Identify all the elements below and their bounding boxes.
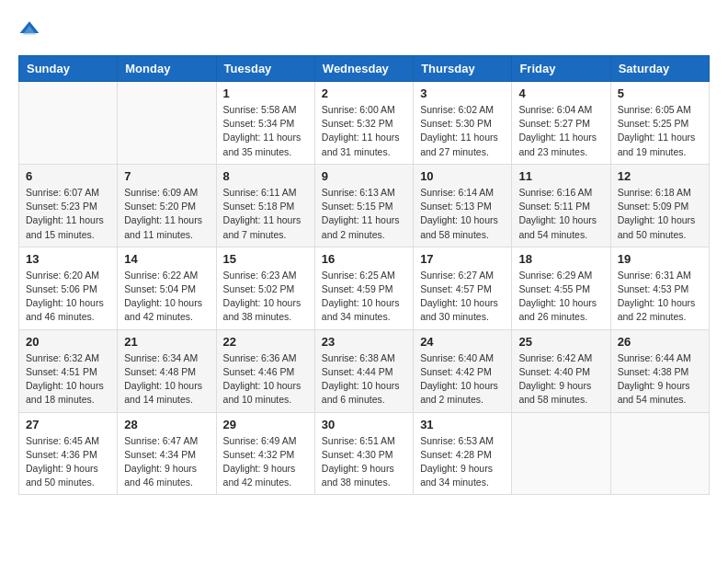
cell-info: Sunrise: 6:13 AM Sunset: 5:15 PM Dayligh… bbox=[322, 186, 406, 242]
calendar-cell: 26Sunrise: 6:44 AM Sunset: 4:38 PM Dayli… bbox=[610, 329, 709, 412]
calendar-table: SundayMondayTuesdayWednesdayThursdayFrid… bbox=[18, 55, 710, 495]
cell-info: Sunrise: 5:58 AM Sunset: 5:34 PM Dayligh… bbox=[223, 103, 308, 159]
calendar-cell: 16Sunrise: 6:25 AM Sunset: 4:59 PM Dayli… bbox=[314, 247, 413, 329]
cell-info: Sunrise: 6:07 AM Sunset: 5:23 PM Dayligh… bbox=[26, 186, 110, 242]
calendar-cell: 7Sunrise: 6:09 AM Sunset: 5:20 PM Daylig… bbox=[118, 164, 216, 247]
cell-info: Sunrise: 6:51 AM Sunset: 4:30 PM Dayligh… bbox=[322, 434, 406, 490]
day-number: 7 bbox=[124, 169, 209, 183]
calendar-week-row: 13Sunrise: 6:20 AM Sunset: 5:06 PM Dayli… bbox=[19, 247, 710, 329]
day-number: 6 bbox=[26, 169, 110, 183]
day-number: 27 bbox=[26, 418, 110, 431]
calendar-cell bbox=[610, 412, 709, 495]
cell-info: Sunrise: 6:25 AM Sunset: 4:59 PM Dayligh… bbox=[322, 269, 406, 325]
calendar-cell bbox=[118, 82, 216, 165]
calendar-cell: 25Sunrise: 6:42 AM Sunset: 4:40 PM Dayli… bbox=[512, 329, 610, 412]
calendar-cell: 12Sunrise: 6:18 AM Sunset: 5:09 PM Dayli… bbox=[610, 164, 709, 247]
day-number: 22 bbox=[223, 335, 308, 349]
day-number: 26 bbox=[618, 335, 702, 349]
cell-info: Sunrise: 6:20 AM Sunset: 5:06 PM Dayligh… bbox=[26, 269, 110, 325]
calendar-header-row: SundayMondayTuesdayWednesdayThursdayFrid… bbox=[19, 56, 710, 82]
cell-info: Sunrise: 6:49 AM Sunset: 4:32 PM Dayligh… bbox=[223, 434, 308, 490]
day-number: 25 bbox=[518, 335, 603, 349]
day-number: 16 bbox=[322, 252, 406, 266]
calendar-cell: 5Sunrise: 6:05 AM Sunset: 5:25 PM Daylig… bbox=[610, 82, 709, 165]
day-number: 13 bbox=[26, 252, 110, 266]
day-number: 24 bbox=[420, 335, 505, 349]
cell-info: Sunrise: 6:32 AM Sunset: 4:51 PM Dayligh… bbox=[26, 351, 110, 408]
day-number: 4 bbox=[518, 86, 603, 100]
day-number: 17 bbox=[420, 252, 505, 266]
cell-info: Sunrise: 6:05 AM Sunset: 5:25 PM Dayligh… bbox=[618, 103, 702, 159]
day-number: 8 bbox=[223, 169, 308, 183]
cell-info: Sunrise: 6:18 AM Sunset: 5:09 PM Dayligh… bbox=[618, 186, 702, 242]
day-number: 19 bbox=[618, 252, 702, 266]
cell-info: Sunrise: 6:00 AM Sunset: 5:32 PM Dayligh… bbox=[322, 103, 406, 159]
day-number: 3 bbox=[420, 86, 505, 100]
cell-info: Sunrise: 6:38 AM Sunset: 4:44 PM Dayligh… bbox=[322, 351, 406, 408]
day-number: 15 bbox=[223, 252, 308, 266]
calendar-cell: 17Sunrise: 6:27 AM Sunset: 4:57 PM Dayli… bbox=[414, 247, 512, 329]
calendar-cell: 23Sunrise: 6:38 AM Sunset: 4:44 PM Dayli… bbox=[314, 329, 413, 412]
day-number: 20 bbox=[26, 335, 110, 349]
cell-info: Sunrise: 6:02 AM Sunset: 5:30 PM Dayligh… bbox=[420, 103, 505, 159]
calendar-cell bbox=[512, 412, 610, 495]
calendar-cell: 13Sunrise: 6:20 AM Sunset: 5:06 PM Dayli… bbox=[19, 247, 118, 329]
day-number: 12 bbox=[618, 169, 702, 183]
cell-info: Sunrise: 6:22 AM Sunset: 5:04 PM Dayligh… bbox=[124, 269, 209, 325]
calendar-cell: 20Sunrise: 6:32 AM Sunset: 4:51 PM Dayli… bbox=[19, 329, 118, 412]
calendar-cell: 9Sunrise: 6:13 AM Sunset: 5:15 PM Daylig… bbox=[314, 164, 413, 247]
cell-info: Sunrise: 6:29 AM Sunset: 4:55 PM Dayligh… bbox=[518, 269, 603, 325]
calendar-cell: 6Sunrise: 6:07 AM Sunset: 5:23 PM Daylig… bbox=[19, 164, 118, 247]
calendar-cell: 3Sunrise: 6:02 AM Sunset: 5:30 PM Daylig… bbox=[414, 82, 512, 165]
calendar-week-row: 1Sunrise: 5:58 AM Sunset: 5:34 PM Daylig… bbox=[19, 82, 710, 165]
day-number: 18 bbox=[518, 252, 603, 266]
cell-info: Sunrise: 6:42 AM Sunset: 4:40 PM Dayligh… bbox=[518, 351, 603, 408]
calendar-cell: 2Sunrise: 6:00 AM Sunset: 5:32 PM Daylig… bbox=[314, 82, 413, 165]
calendar-cell: 19Sunrise: 6:31 AM Sunset: 4:53 PM Dayli… bbox=[610, 247, 709, 329]
day-number: 11 bbox=[518, 169, 603, 183]
cell-info: Sunrise: 6:23 AM Sunset: 5:02 PM Dayligh… bbox=[223, 269, 308, 325]
column-header-monday: Monday bbox=[118, 56, 216, 82]
cell-info: Sunrise: 6:27 AM Sunset: 4:57 PM Dayligh… bbox=[420, 269, 505, 325]
calendar-cell: 10Sunrise: 6:14 AM Sunset: 5:13 PM Dayli… bbox=[414, 164, 512, 247]
calendar-week-row: 6Sunrise: 6:07 AM Sunset: 5:23 PM Daylig… bbox=[19, 164, 710, 247]
day-number: 9 bbox=[322, 169, 406, 183]
day-number: 2 bbox=[322, 86, 406, 100]
column-header-wednesday: Wednesday bbox=[314, 56, 413, 82]
calendar-week-row: 27Sunrise: 6:45 AM Sunset: 4:36 PM Dayli… bbox=[19, 412, 710, 495]
column-header-saturday: Saturday bbox=[610, 56, 709, 82]
calendar-cell: 21Sunrise: 6:34 AM Sunset: 4:48 PM Dayli… bbox=[118, 329, 216, 412]
calendar-cell: 22Sunrise: 6:36 AM Sunset: 4:46 PM Dayli… bbox=[216, 329, 314, 412]
day-number: 31 bbox=[420, 418, 505, 431]
calendar-cell: 14Sunrise: 6:22 AM Sunset: 5:04 PM Dayli… bbox=[118, 247, 216, 329]
day-number: 29 bbox=[223, 418, 308, 431]
calendar-cell: 8Sunrise: 6:11 AM Sunset: 5:18 PM Daylig… bbox=[216, 164, 314, 247]
day-number: 14 bbox=[124, 252, 209, 266]
cell-info: Sunrise: 6:14 AM Sunset: 5:13 PM Dayligh… bbox=[420, 186, 505, 242]
column-header-tuesday: Tuesday bbox=[216, 56, 314, 82]
calendar-cell: 18Sunrise: 6:29 AM Sunset: 4:55 PM Dayli… bbox=[512, 247, 610, 329]
calendar-cell bbox=[19, 82, 118, 165]
calendar-cell: 28Sunrise: 6:47 AM Sunset: 4:34 PM Dayli… bbox=[118, 412, 216, 495]
cell-info: Sunrise: 6:11 AM Sunset: 5:18 PM Dayligh… bbox=[223, 186, 308, 242]
calendar-cell: 15Sunrise: 6:23 AM Sunset: 5:02 PM Dayli… bbox=[216, 247, 314, 329]
cell-info: Sunrise: 6:40 AM Sunset: 4:42 PM Dayligh… bbox=[420, 351, 505, 408]
calendar-cell: 24Sunrise: 6:40 AM Sunset: 4:42 PM Dayli… bbox=[414, 329, 512, 412]
page-header bbox=[18, 18, 710, 40]
calendar-cell: 29Sunrise: 6:49 AM Sunset: 4:32 PM Dayli… bbox=[216, 412, 314, 495]
column-header-sunday: Sunday bbox=[19, 56, 118, 82]
calendar-cell: 27Sunrise: 6:45 AM Sunset: 4:36 PM Dayli… bbox=[19, 412, 118, 495]
day-number: 21 bbox=[124, 335, 209, 349]
cell-info: Sunrise: 6:09 AM Sunset: 5:20 PM Dayligh… bbox=[124, 186, 209, 242]
cell-info: Sunrise: 6:45 AM Sunset: 4:36 PM Dayligh… bbox=[26, 434, 110, 490]
cell-info: Sunrise: 6:04 AM Sunset: 5:27 PM Dayligh… bbox=[518, 103, 603, 159]
cell-info: Sunrise: 6:44 AM Sunset: 4:38 PM Dayligh… bbox=[618, 351, 702, 408]
calendar-cell: 1Sunrise: 5:58 AM Sunset: 5:34 PM Daylig… bbox=[216, 82, 314, 165]
day-number: 1 bbox=[223, 86, 308, 100]
calendar-cell: 4Sunrise: 6:04 AM Sunset: 5:27 PM Daylig… bbox=[512, 82, 610, 165]
day-number: 10 bbox=[420, 169, 505, 183]
cell-info: Sunrise: 6:53 AM Sunset: 4:28 PM Dayligh… bbox=[420, 434, 505, 490]
calendar-week-row: 20Sunrise: 6:32 AM Sunset: 4:51 PM Dayli… bbox=[19, 329, 710, 412]
cell-info: Sunrise: 6:31 AM Sunset: 4:53 PM Dayligh… bbox=[618, 269, 702, 325]
day-number: 23 bbox=[322, 335, 406, 349]
